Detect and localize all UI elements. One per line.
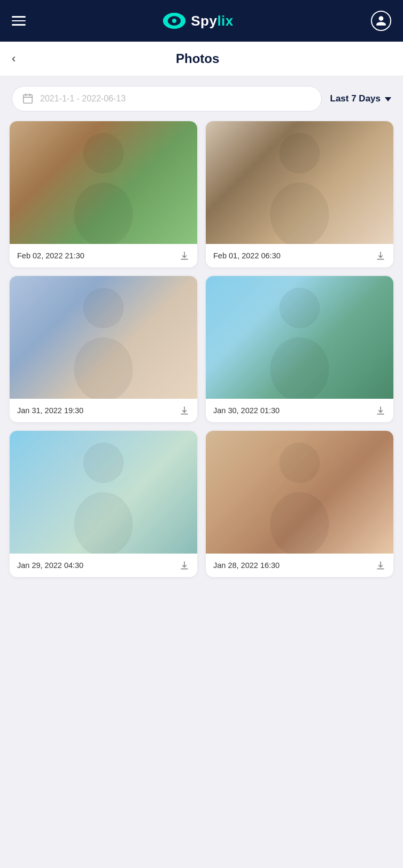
photo-card-5[interactable]: Jan 29, 2022 04:30 [10, 431, 197, 577]
hamburger-menu-button[interactable] [12, 16, 26, 26]
svg-point-2 [172, 18, 177, 23]
profile-button[interactable] [371, 11, 391, 31]
back-button[interactable]: ‹ [12, 52, 15, 66]
svg-point-3 [173, 20, 176, 22]
photo-image-6 [206, 431, 393, 554]
download-button-4[interactable] [375, 405, 386, 416]
svg-point-24 [280, 443, 320, 483]
svg-point-15 [83, 288, 124, 328]
logo-area: Spylix [163, 13, 234, 29]
logo-text: Spylix [191, 13, 234, 29]
svg-point-21 [83, 443, 124, 483]
photo-timestamp-4: Jan 30, 2022 01:30 [213, 406, 280, 415]
download-button-3[interactable] [179, 405, 190, 416]
svg-point-16 [74, 337, 133, 399]
svg-point-1 [168, 16, 181, 26]
photo-card-2[interactable]: Feb 01, 2022 06:30 [206, 121, 393, 267]
photo-card-info-3: Jan 31, 2022 19:30 [10, 399, 197, 422]
photo-grid: Feb 02, 2022 21:30 Feb 01, 2022 06:30 Ja… [0, 121, 403, 593]
logo-icon [163, 13, 185, 29]
download-icon [375, 560, 386, 571]
photo-image-1 [10, 121, 197, 244]
photo-timestamp-5: Jan 29, 2022 04:30 [17, 561, 83, 570]
svg-rect-5 [24, 95, 33, 104]
photo-timestamp-2: Feb 01, 2022 06:30 [213, 251, 281, 260]
svg-point-25 [270, 492, 329, 554]
photo-timestamp-6: Jan 28, 2022 16:30 [213, 561, 280, 570]
download-icon [179, 405, 190, 416]
dropdown-label: Last 7 Days [330, 93, 381, 104]
download-icon [179, 560, 190, 571]
photo-timestamp-3: Jan 31, 2022 19:30 [17, 406, 83, 415]
photo-image-4 [206, 276, 393, 399]
page-title: Photos [24, 51, 371, 66]
svg-point-18 [280, 288, 320, 328]
svg-point-12 [280, 133, 320, 173]
chevron-down-icon [385, 97, 391, 101]
svg-point-0 [163, 13, 185, 29]
photo-card-info-2: Feb 01, 2022 06:30 [206, 244, 393, 267]
photo-card-4[interactable]: Jan 30, 2022 01:30 [206, 276, 393, 422]
date-range-input[interactable]: 2021-1-1 - 2022-06-13 [12, 86, 322, 112]
spylix-logo-svg [163, 13, 185, 29]
svg-point-22 [74, 492, 133, 554]
download-icon [179, 250, 190, 261]
photo-card-info-1: Feb 02, 2022 21:30 [10, 244, 197, 267]
filters-row: 2021-1-1 - 2022-06-13 Last 7 Days [0, 76, 403, 121]
photo-card-info-6: Jan 28, 2022 16:30 [206, 554, 393, 577]
download-button-2[interactable] [375, 250, 386, 261]
photo-card-info-4: Jan 30, 2022 01:30 [206, 399, 393, 422]
photo-image-2 [206, 121, 393, 244]
photo-timestamp-1: Feb 02, 2022 21:30 [17, 251, 84, 260]
svg-point-13 [270, 183, 329, 244]
logo-accent: lix [217, 13, 233, 29]
download-icon [375, 250, 386, 261]
calendar-icon [22, 93, 34, 105]
svg-point-10 [74, 183, 133, 244]
header: Spylix [0, 0, 403, 42]
time-range-dropdown[interactable]: Last 7 Days [330, 93, 392, 104]
photo-card-info-5: Jan 29, 2022 04:30 [10, 554, 197, 577]
date-range-text: 2021-1-1 - 2022-06-13 [40, 94, 126, 104]
svg-point-19 [270, 337, 329, 399]
photo-card-1[interactable]: Feb 02, 2022 21:30 [10, 121, 197, 267]
profile-icon [375, 15, 387, 27]
download-icon [375, 405, 386, 416]
app-container: Spylix ‹ Photos 2021-1-1 - 2022-06-13 La… [0, 0, 403, 868]
photo-image-5 [10, 431, 197, 554]
sub-header: ‹ Photos [0, 42, 403, 76]
download-button-6[interactable] [375, 560, 386, 571]
svg-point-4 [175, 19, 176, 20]
download-button-1[interactable] [179, 250, 190, 261]
download-button-5[interactable] [179, 560, 190, 571]
svg-point-9 [83, 133, 124, 173]
photo-image-3 [10, 276, 197, 399]
photo-card-6[interactable]: Jan 28, 2022 16:30 [206, 431, 393, 577]
photo-card-3[interactable]: Jan 31, 2022 19:30 [10, 276, 197, 422]
